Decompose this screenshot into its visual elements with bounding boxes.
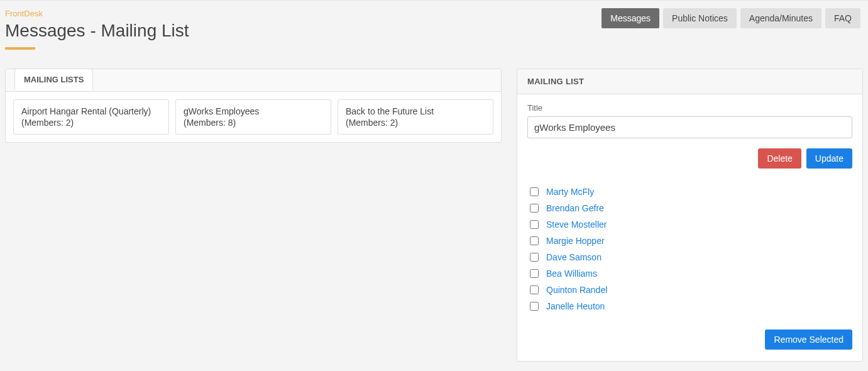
- member-checkbox[interactable]: [530, 236, 539, 245]
- mailing-list-card[interactable]: Airport Hangar Rental (Quarterly)(Member…: [13, 99, 169, 135]
- member-item: Margie Hopper: [530, 233, 852, 249]
- member-checkbox[interactable]: [530, 187, 539, 196]
- member-checkbox[interactable]: [530, 220, 539, 229]
- title-input[interactable]: [527, 116, 852, 138]
- member-link[interactable]: Marty McFly: [546, 187, 594, 197]
- detail-header: MAILING LIST: [517, 69, 862, 94]
- member-link[interactable]: Brendan Gefre: [546, 203, 604, 213]
- member-item: Steve Mosteller: [530, 216, 852, 233]
- member-item: Janelle Heuton: [530, 298, 852, 314]
- mailing-lists-tab[interactable]: MAILING LISTS: [14, 69, 93, 91]
- update-button[interactable]: Update: [806, 148, 852, 169]
- mailing-lists-panel: MAILING LISTS Airport Hangar Rental (Qua…: [5, 69, 502, 143]
- member-checkbox[interactable]: [530, 285, 539, 294]
- member-item: Bea Williams: [530, 265, 852, 282]
- member-checkbox[interactable]: [530, 302, 539, 311]
- member-item: Quinton Randel: [530, 282, 852, 298]
- member-link[interactable]: Janelle Heuton: [546, 301, 605, 311]
- list-card-members: (Members: 2): [346, 118, 485, 128]
- member-link[interactable]: Steve Mosteller: [546, 219, 607, 230]
- member-checkbox[interactable]: [530, 269, 539, 278]
- mailing-list-card[interactable]: Back to the Future List(Members: 2): [338, 99, 493, 135]
- list-card-name: gWorks Employees: [184, 106, 323, 116]
- list-card-members: (Members: 8): [184, 118, 323, 128]
- tab-agenda-minutes[interactable]: Agenda/Minutes: [740, 8, 821, 28]
- member-link[interactable]: Bea Williams: [546, 269, 597, 279]
- remove-selected-button[interactable]: Remove Selected: [765, 329, 852, 350]
- tab-public-notices[interactable]: Public Notices: [663, 8, 737, 28]
- member-item: Dave Samson: [530, 249, 852, 265]
- member-checkbox[interactable]: [530, 253, 539, 262]
- member-link[interactable]: Margie Hopper: [546, 236, 605, 246]
- tab-faq[interactable]: FAQ: [825, 8, 860, 28]
- mailing-list-card[interactable]: gWorks Employees(Members: 8): [175, 99, 331, 135]
- nav-tabs: Messages Public Notices Agenda/Minutes F…: [602, 8, 860, 28]
- title-label: Title: [527, 103, 852, 113]
- member-list: Marty McFlyBrendan GefreSteve MostellerM…: [527, 184, 852, 314]
- tab-messages[interactable]: Messages: [602, 8, 659, 28]
- member-link[interactable]: Dave Samson: [546, 252, 602, 262]
- list-card-members: (Members: 2): [21, 118, 161, 128]
- title-underline: [5, 47, 35, 50]
- mailing-list-detail-panel: MAILING LIST Title Delete Update Marty M…: [517, 69, 863, 362]
- member-checkbox[interactable]: [530, 204, 539, 213]
- member-item: Marty McFly: [530, 184, 852, 200]
- page-title: Messages - Mailing List: [5, 21, 189, 41]
- list-card-name: Airport Hangar Rental (Quarterly): [21, 106, 161, 116]
- member-link[interactable]: Quinton Randel: [546, 285, 607, 295]
- delete-button[interactable]: Delete: [758, 148, 801, 169]
- member-item: Brendan Gefre: [530, 200, 852, 216]
- brand-link[interactable]: FrontDesk: [5, 9, 43, 18]
- list-card-name: Back to the Future List: [346, 106, 485, 116]
